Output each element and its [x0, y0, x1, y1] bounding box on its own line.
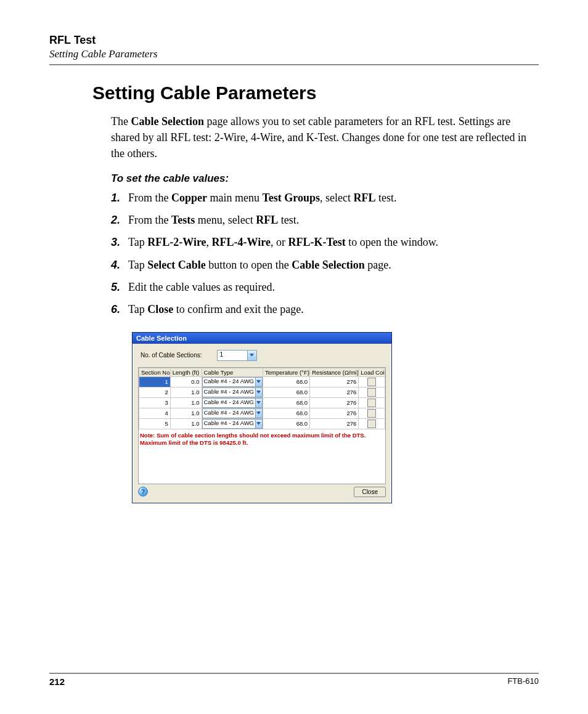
step-item: 1.From the Copper main menu Test Groups,… [111, 190, 539, 206]
cell-res[interactable]: 276 [310, 418, 359, 429]
table-row[interactable]: 10.0Cable #4 - 24 AWG68.0276 [139, 376, 385, 387]
step-text: From the Tests menu, select RFL test. [128, 212, 299, 228]
cell-temp[interactable]: 68.0 [263, 387, 309, 397]
load-coil-box[interactable] [367, 399, 376, 407]
cell-section[interactable]: 5 [139, 418, 171, 429]
col-coil: Load Coil [359, 368, 385, 376]
intro-bold-cable-selection: Cable Selection [131, 115, 204, 128]
running-head-section: Setting Cable Parameters [49, 48, 539, 60]
cable-table-wrap: Section No. Length (ft) Cable Type Tempe… [138, 367, 386, 484]
table-note: Note: Sum of cable section lengths shoul… [139, 429, 385, 484]
load-coil-box[interactable] [367, 420, 376, 428]
cell-length[interactable]: 1.0 [170, 397, 202, 408]
cell-res[interactable]: 276 [310, 376, 359, 387]
step-number: 3. [111, 234, 128, 250]
load-coil-box[interactable] [367, 378, 376, 386]
cell-temp[interactable]: 68.0 [263, 418, 309, 429]
col-res: Resistance (Ω/mi) [310, 368, 359, 376]
cell-type[interactable]: Cable #4 - 24 AWG [202, 376, 263, 387]
cell-res[interactable]: 276 [310, 408, 359, 418]
header-rule [49, 64, 539, 65]
step-item: 5.Edit the cable values as required. [111, 279, 539, 295]
table-row[interactable]: 51.0Cable #4 - 24 AWG68.0276 [139, 418, 385, 429]
cell-type[interactable]: Cable #4 - 24 AWG [202, 387, 263, 397]
chevron-down-icon [255, 409, 262, 418]
cell-length[interactable]: 1.0 [170, 387, 202, 397]
cable-type-dropdown[interactable]: Cable #4 - 24 AWG [202, 419, 263, 429]
col-section: Section No. [139, 368, 171, 376]
cell-length[interactable]: 1.0 [170, 408, 202, 418]
footer-rule [49, 673, 539, 674]
intro-paragraph: The Cable Selection page allows you to s… [111, 113, 539, 161]
chevron-down-icon [255, 420, 262, 428]
step-item: 4.Tap Select Cable button to open the Ca… [111, 257, 539, 273]
step-text: Tap Close to confirm and exit the page. [128, 301, 304, 317]
cable-table: Section No. Length (ft) Cable Type Tempe… [139, 368, 385, 429]
table-row[interactable]: 41.0Cable #4 - 24 AWG68.0276 [139, 408, 385, 418]
page-number: 212 [49, 676, 65, 687]
col-type: Cable Type [202, 368, 263, 376]
cell-temp[interactable]: 68.0 [263, 397, 309, 408]
chevron-down-icon [247, 351, 256, 360]
cell-type[interactable]: Cable #4 - 24 AWG [202, 418, 263, 429]
chevron-down-icon [255, 378, 262, 386]
chevron-down-icon [255, 388, 262, 397]
procedure-subhead: To set the cable values: [111, 172, 539, 185]
step-item: 2.From the Tests menu, select RFL test. [111, 212, 539, 228]
procedure-steps: 1.From the Copper main menu Test Groups,… [111, 190, 539, 317]
cell-res[interactable]: 276 [310, 387, 359, 397]
step-number: 4. [111, 257, 128, 273]
step-number: 5. [111, 279, 128, 295]
cable-type-dropdown[interactable]: Cable #4 - 24 AWG [202, 377, 263, 387]
step-text: From the Copper main menu Test Groups, s… [128, 190, 397, 206]
sections-dropdown[interactable]: 1 [217, 350, 257, 361]
load-coil-box[interactable] [367, 409, 376, 418]
document-id: FTB-610 [507, 676, 539, 687]
cell-load-coil[interactable] [359, 418, 385, 429]
help-icon[interactable]: ? [138, 487, 148, 497]
col-length: Length (ft) [170, 368, 202, 376]
cell-load-coil[interactable] [359, 408, 385, 418]
cell-section[interactable]: 2 [139, 387, 171, 397]
cell-type[interactable]: Cable #4 - 24 AWG [202, 408, 263, 418]
cell-type[interactable]: Cable #4 - 24 AWG [202, 397, 263, 408]
table-row[interactable]: 31.0Cable #4 - 24 AWG68.0276 [139, 397, 385, 408]
col-temp: Temperature (°F) [263, 368, 309, 376]
cell-section[interactable]: 4 [139, 408, 171, 418]
cable-type-dropdown[interactable]: Cable #4 - 24 AWG [202, 408, 263, 418]
sections-dropdown-value: 1 [218, 351, 247, 360]
step-text: Tap RFL-2-Wire, RFL-4-Wire, or RFL-K-Tes… [128, 234, 438, 250]
cell-section[interactable]: 1 [139, 376, 171, 387]
page-footer: 212 FTB-610 [49, 673, 539, 687]
cell-load-coil[interactable] [359, 387, 385, 397]
close-button[interactable]: Close [354, 487, 386, 497]
step-number: 2. [111, 212, 128, 228]
cell-res[interactable]: 276 [310, 397, 359, 408]
step-item: 3.Tap RFL-2-Wire, RFL-4-Wire, or RFL-K-T… [111, 234, 539, 250]
window-titlebar: Cable Selection [133, 333, 391, 344]
load-coil-box[interactable] [367, 388, 376, 397]
cell-section[interactable]: 3 [139, 397, 171, 408]
table-row[interactable]: 21.0Cable #4 - 24 AWG68.0276 [139, 387, 385, 397]
cell-length[interactable]: 1.0 [170, 418, 202, 429]
step-text: Tap Select Cable button to open the Cabl… [128, 257, 391, 273]
step-number: 6. [111, 301, 128, 317]
cell-load-coil[interactable] [359, 376, 385, 387]
page-title: Setting Cable Parameters [92, 83, 539, 103]
step-item: 6.Tap Close to confirm and exit the page… [111, 301, 539, 317]
cable-type-dropdown[interactable]: Cable #4 - 24 AWG [202, 398, 263, 408]
table-header-row: Section No. Length (ft) Cable Type Tempe… [139, 368, 385, 376]
step-text: Edit the cable values as required. [128, 279, 275, 295]
sections-label: No. of Cable Sections: [141, 352, 202, 359]
step-number: 1. [111, 190, 128, 206]
running-head-title: RFL Test [49, 34, 539, 47]
cell-temp[interactable]: 68.0 [263, 376, 309, 387]
cell-length[interactable]: 0.0 [170, 376, 202, 387]
cell-load-coil[interactable] [359, 397, 385, 408]
cable-type-dropdown[interactable]: Cable #4 - 24 AWG [202, 387, 263, 397]
cell-temp[interactable]: 68.0 [263, 408, 309, 418]
chevron-down-icon [255, 399, 262, 407]
cable-selection-window: Cable Selection No. of Cable Sections: 1 [132, 332, 392, 503]
